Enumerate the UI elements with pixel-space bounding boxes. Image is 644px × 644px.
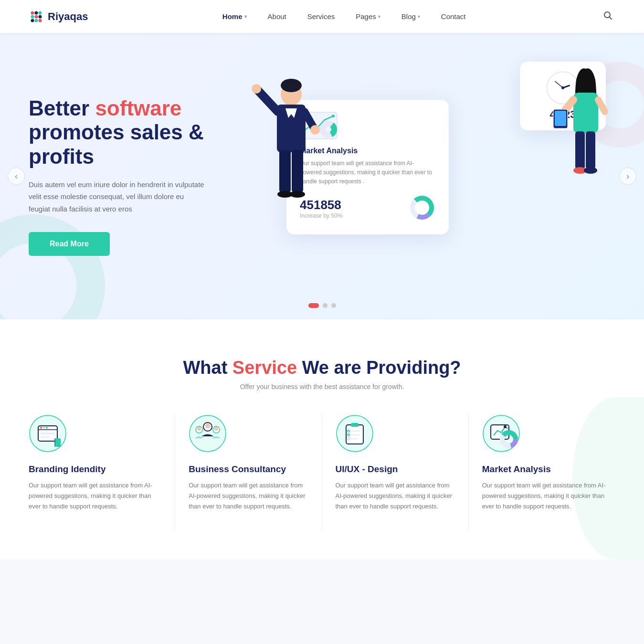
service-desc-uiux: Our support team will get assistance fro…	[336, 480, 455, 512]
svg-point-22	[290, 191, 305, 198]
svg-point-3	[31, 15, 34, 18]
svg-point-18	[310, 125, 320, 135]
search-icon[interactable]	[600, 8, 615, 25]
service-name-uiux: UI/UX - Design	[336, 464, 455, 475]
logo-icon	[29, 9, 44, 24]
svg-point-68	[504, 425, 507, 428]
svg-rect-59	[351, 423, 359, 427]
svg-rect-37	[586, 131, 595, 169]
svg-line-15	[258, 90, 278, 112]
hero-content: Better software promotes sales & profits…	[29, 96, 239, 256]
service-desc-market: Our support team will get assistance fro…	[482, 480, 615, 512]
svg-point-44	[43, 427, 45, 429]
nav-item-contact[interactable]: Contact	[433, 9, 475, 24]
service-desc-branding: Our support team will get assistance fro…	[29, 480, 161, 512]
service-name-market: Market Analysis	[482, 464, 615, 475]
svg-point-12	[281, 79, 302, 92]
slide-dot-3[interactable]	[331, 303, 336, 308]
svg-point-2	[39, 11, 42, 14]
services-subtitle: Offer your business with the best assist…	[29, 383, 615, 391]
svg-rect-46	[41, 433, 55, 434]
service-desc-consultancy: Our support team will get assistance fro…	[189, 480, 308, 512]
service-name-consultancy: Business Consultancy	[189, 464, 308, 475]
services-grid: Branding Idendity Our support team will …	[29, 414, 615, 531]
service-card-uiux: UI/UX - Design Our support team will get…	[322, 414, 469, 531]
donut-chart	[409, 194, 435, 221]
slide-dot-1[interactable]	[308, 303, 319, 308]
svg-line-10	[610, 17, 612, 20]
uiux-icon	[336, 414, 374, 453]
svg-point-43	[40, 427, 42, 429]
hero-character	[248, 76, 334, 226]
service-name-branding: Branding Idendity	[29, 464, 161, 475]
svg-rect-19	[279, 150, 291, 193]
svg-point-39	[584, 167, 597, 174]
services-title: What Service We are Providing?	[29, 358, 615, 378]
hero-section: ‹ Better software promotes sales & profi…	[0, 33, 644, 319]
services-header: What Service We are Providing? Offer you…	[29, 358, 615, 391]
nav-item-pages[interactable]: Pages ▾	[347, 9, 389, 24]
svg-point-52	[205, 423, 210, 428]
branding-icon	[29, 414, 67, 453]
svg-point-8	[39, 19, 42, 22]
hero-character-2	[549, 66, 611, 211]
svg-point-0	[31, 11, 34, 14]
svg-point-16	[252, 84, 261, 94]
service-card-consultancy: Business Consultancy Our support team wi…	[175, 414, 322, 531]
svg-rect-34	[555, 111, 566, 126]
nav-item-services[interactable]: Services	[299, 9, 344, 24]
nav-item-home[interactable]: Home ▾	[214, 9, 255, 24]
hero-next-arrow[interactable]: ›	[619, 168, 636, 185]
slide-dots	[308, 303, 336, 308]
brand-logo[interactable]: Riyaqas	[29, 9, 88, 24]
nav-item-about[interactable]: About	[259, 9, 295, 24]
nav-item-blog[interactable]: Blog ▾	[393, 9, 429, 24]
navbar: Riyaqas Home ▾ About Services Pages ▾ Bl…	[0, 0, 644, 33]
chevron-down-icon: ▾	[244, 14, 247, 19]
consultancy-icon	[189, 414, 227, 453]
svg-point-7	[35, 19, 38, 22]
market-analysis-icon	[482, 414, 520, 453]
svg-point-45	[46, 427, 48, 429]
svg-point-56	[214, 427, 218, 431]
hero-prev-arrow[interactable]: ‹	[8, 168, 25, 185]
svg-point-5	[39, 15, 42, 18]
service-card-market: Market Analysis Our support team will ge…	[469, 414, 615, 531]
svg-point-4	[35, 15, 38, 18]
svg-line-35	[598, 100, 605, 112]
svg-rect-47	[41, 436, 50, 438]
brand-name: Riyaqas	[48, 11, 88, 23]
svg-rect-20	[292, 150, 303, 193]
chevron-down-icon: ▾	[418, 14, 420, 19]
svg-rect-48	[55, 438, 61, 447]
chevron-down-icon: ▾	[378, 14, 380, 19]
svg-point-1	[35, 11, 38, 14]
svg-point-54	[197, 427, 201, 431]
svg-point-50	[190, 415, 226, 452]
svg-point-6	[31, 19, 34, 22]
service-card-branding: Branding Idendity Our support team will …	[29, 414, 175, 531]
svg-point-65	[347, 437, 350, 440]
svg-rect-31	[573, 93, 598, 133]
services-section: What Service We are Providing? Offer you…	[0, 319, 644, 560]
hero-description: Duis autem vel eum iriure dolor in hendr…	[29, 179, 205, 215]
read-more-button[interactable]: Read More	[29, 232, 110, 256]
nav-links: Home ▾ About Services Pages ▾ Blog ▾ Con…	[214, 9, 475, 24]
slide-dot-2[interactable]	[323, 303, 327, 308]
svg-rect-36	[575, 131, 585, 169]
hero-title: Better software promotes sales & profits	[29, 96, 239, 169]
hero-illustration: Market Analysis Our support team will ge…	[239, 62, 615, 291]
